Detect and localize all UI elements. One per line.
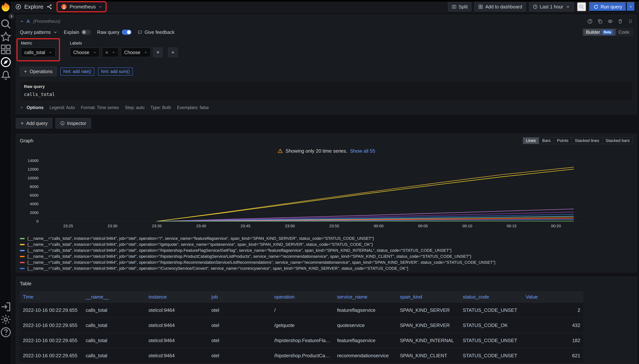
column-header-service_name[interactable]: service_name: [334, 291, 397, 303]
query-help-icon[interactable]: [587, 19, 592, 24]
svg-text:23:50: 23:50: [285, 224, 295, 228]
grafana-logo-icon[interactable]: [0, 2, 11, 12]
settings-gear-icon[interactable]: [0, 314, 12, 324]
table-cell: STATUS_CODE_UNSET: [460, 363, 523, 364]
table-cell: 2022-10-16 00:22:29.655: [20, 363, 83, 364]
raw-query-toggle[interactable]: [122, 30, 132, 35]
hint-add-rate-button[interactable]: hint: add rate(): [60, 68, 94, 76]
legend-item[interactable]: {__name__="calls_total", instance="otelc…: [20, 254, 633, 260]
duplicate-query-icon[interactable]: [598, 19, 603, 24]
column-header-value[interactable]: Value: [523, 291, 583, 303]
add-label-button[interactable]: +: [168, 48, 178, 57]
alerts-bell-icon[interactable]: [0, 70, 12, 80]
search-icon[interactable]: [0, 19, 12, 29]
legend-item[interactable]: {__name__="calls_total", instance="otelc…: [20, 248, 633, 254]
label-value-select[interactable]: Choose: [121, 48, 151, 57]
options-label[interactable]: Options: [26, 105, 44, 110]
graph-mode-points[interactable]: Points: [554, 137, 572, 144]
datasource-name: Prometheus: [70, 4, 96, 10]
page-title: Explore: [24, 4, 44, 10]
main-content: A (Prometheus) Query patterns Explain: [12, 12, 639, 364]
disable-query-eye-icon[interactable]: [608, 19, 613, 24]
remove-label-button[interactable]: ×: [153, 48, 163, 57]
svg-text:23:25: 23:25: [63, 224, 73, 228]
collapse-chevron-icon[interactable]: [20, 19, 24, 24]
table-cell: 620: [523, 363, 583, 364]
table-cell: /hipstershop.FeatureFlagService/GetFlag: [271, 333, 334, 348]
remove-query-trash-icon[interactable]: [618, 19, 623, 24]
builder-mode-button[interactable]: Builder Beta: [583, 29, 616, 36]
add-query-button[interactable]: + Add query: [16, 118, 52, 128]
graph-mode-lines[interactable]: Lines: [523, 137, 539, 144]
table-cell: SPAN_KIND_SERVER: [397, 318, 460, 333]
graph-mode-stacked-bars[interactable]: Stacked bars: [603, 137, 633, 144]
sign-in-icon[interactable]: [0, 302, 12, 312]
add-to-dashboard-button[interactable]: Add to dashboard: [474, 2, 526, 12]
column-header-span_kind[interactable]: span_kind: [397, 291, 460, 303]
table-cell: otel: [208, 363, 271, 364]
top-nav: Explore Prometheus Split Add to dashboar…: [12, 2, 639, 12]
chevron-down-icon: [53, 30, 58, 34]
svg-text:00:00: 00:00: [374, 224, 384, 228]
legend-item[interactable]: {__name__="calls_total", instance="otelc…: [20, 266, 633, 272]
zoom-out-icon: [579, 4, 584, 10]
add-operation-button[interactable]: + Operations: [20, 66, 57, 76]
column-header-job[interactable]: job: [208, 291, 271, 303]
explore-compass-icon[interactable]: [0, 57, 12, 67]
table-cell: featureflagservice: [334, 333, 397, 348]
show-all-series-link[interactable]: Show all 55: [350, 148, 375, 154]
table-cell: STATUS_CODE_UNSET: [460, 333, 523, 348]
code-mode-button[interactable]: Code: [616, 29, 632, 36]
query-actions: + Add query Inspector: [16, 118, 637, 128]
apps-plus-icon: [478, 4, 483, 9]
help-circle-icon[interactable]: [0, 327, 12, 337]
chevron-down-icon: [144, 51, 148, 54]
give-feedback-label: Give feedback: [144, 30, 174, 35]
hint-add-sum-button[interactable]: hint: add sum(): [98, 68, 133, 76]
legend-item[interactable]: {__name__="calls_total", instance="otelc…: [20, 272, 633, 272]
time-range-picker[interactable]: Last 1 hour: [529, 2, 574, 12]
give-feedback-link[interactable]: Give feedback: [138, 30, 174, 35]
column-header-operation[interactable]: operation: [271, 291, 334, 303]
graph-mode-bars[interactable]: Bars: [539, 137, 554, 144]
drag-grip-icon[interactable]: [628, 19, 633, 24]
column-header-__name__[interactable]: __name__: [83, 291, 146, 303]
legend-item[interactable]: {__name__="calls_total", instance="otelc…: [20, 242, 633, 248]
inspector-button[interactable]: Inspector: [55, 118, 91, 128]
star-icon[interactable]: [0, 32, 12, 42]
apps-icon[interactable]: [0, 44, 12, 54]
chevron-down-icon: [49, 51, 52, 54]
table-cell: 621: [523, 348, 583, 363]
column-header-status_code[interactable]: status_code: [460, 291, 523, 303]
legend-item[interactable]: {__name__="calls_total", instance="otelc…: [20, 236, 633, 242]
explore-title-compass-icon: [15, 4, 21, 10]
window-top-strip: [0, 0, 639, 2]
table-cell: otelcol:9464: [146, 348, 208, 363]
query-ref-id[interactable]: A: [26, 18, 30, 24]
explain-toggle[interactable]: [81, 30, 91, 35]
split-button[interactable]: Split: [448, 2, 472, 12]
run-query-dropdown[interactable]: [627, 2, 635, 12]
column-header-time[interactable]: Time: [20, 291, 83, 303]
table-cell: 2022-10-16 00:22:29.655: [20, 318, 83, 333]
sidebar: [0, 2, 12, 364]
table-cell: calls_total: [83, 348, 146, 363]
metric-select[interactable]: calls_total: [21, 48, 56, 57]
share-icon[interactable]: [46, 4, 52, 10]
legend-item[interactable]: {__name__="calls_total", instance="otelc…: [20, 260, 633, 266]
label-key-select[interactable]: Choose: [70, 48, 100, 57]
svg-text:4000: 4000: [30, 202, 38, 206]
graph-mode-stacked-lines[interactable]: Stacked lines: [572, 137, 603, 144]
column-header-instance[interactable]: instance: [146, 291, 208, 303]
options-chevron-icon[interactable]: [20, 106, 24, 110]
table-panel-title: Table: [20, 281, 633, 286]
expand-sidebar-button[interactable]: [8, 14, 14, 19]
chevron-down-icon: [93, 51, 96, 54]
zoom-out-button[interactable]: [577, 2, 586, 11]
datasource-picker[interactable]: Prometheus: [58, 2, 106, 11]
query-patterns-dropdown[interactable]: Query patterns: [20, 30, 58, 35]
run-query-button[interactable]: Run query: [589, 2, 627, 12]
svg-text:23:40: 23:40: [196, 224, 206, 228]
label-operator-select[interactable]: =: [102, 48, 118, 57]
timeseries-chart[interactable]: 0200040006000800010000120001400023:2523:…: [20, 158, 594, 233]
